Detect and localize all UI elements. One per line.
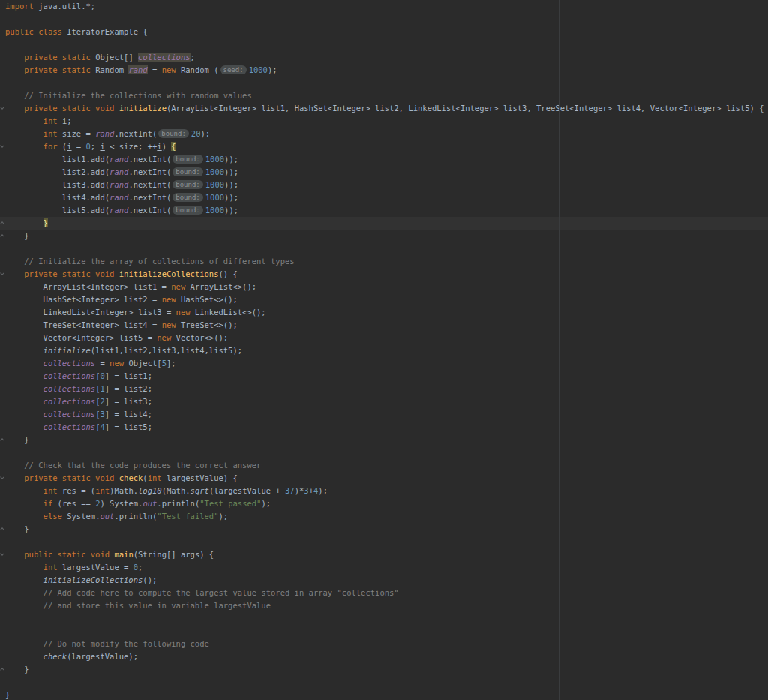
- code-line[interactable]: [0, 38, 768, 51]
- code-line[interactable]: [0, 536, 768, 548]
- code-line[interactable]: }: [0, 434, 768, 446]
- code-line[interactable]: list3.add(rand.nextInt(bound:1000));: [0, 179, 768, 191]
- code-line[interactable]: // and store this value in variable larg…: [0, 599, 768, 612]
- code-line[interactable]: // Initialize the collections with rando…: [0, 89, 768, 102]
- code-line[interactable]: import java.util.*;: [0, 0, 768, 13]
- code-line[interactable]: check(largestValue);: [0, 650, 768, 663]
- gutter-cell: [0, 191, 5, 204]
- code-line[interactable]: [0, 625, 768, 638]
- code-line[interactable]: private static Object[] collections;: [0, 51, 768, 64]
- code-line[interactable]: int i;: [0, 115, 768, 128]
- code-token-plain: ] = list1;: [105, 371, 152, 380]
- code-line[interactable]: collections = new Object[5];: [0, 357, 768, 370]
- code-line-current[interactable]: }: [0, 217, 768, 230]
- fold-end-icon[interactable]: [0, 527, 4, 532]
- code-line[interactable]: public static void main(String[] args) {: [0, 548, 768, 561]
- gutter-cell: [0, 587, 5, 599]
- gutter-cell[interactable]: [0, 523, 5, 536]
- code-token-number: 1000: [206, 167, 224, 176]
- fold-start-icon[interactable]: [0, 271, 4, 275]
- code-line[interactable]: // Check that the code produces the corr…: [0, 459, 768, 472]
- code-token-keyword: public class: [5, 27, 62, 36]
- gutter-cell[interactable]: [0, 230, 5, 242]
- code-line[interactable]: private static void check(int largestVal…: [0, 472, 768, 485]
- code-token-plain: .nextInt(: [128, 155, 171, 164]
- code-line[interactable]: private static void initialize(ArrayList…: [0, 102, 768, 115]
- code-line[interactable]: }: [0, 663, 768, 676]
- fold-start-icon[interactable]: [0, 143, 4, 148]
- code-token-plain: Random: [91, 65, 129, 74]
- code-token-plain: largestValue) {: [162, 473, 238, 482]
- code-line[interactable]: for (i = 0; i < size; ++i) {: [0, 140, 768, 153]
- code-token-number: 1000: [206, 155, 224, 164]
- code-line[interactable]: collections[4] = list5;: [0, 421, 768, 434]
- code-line[interactable]: // Add code here to compute the largest …: [0, 587, 768, 599]
- code-token-plain: Object[: [124, 359, 162, 368]
- code-line[interactable]: else System.out.println("Test failed");: [0, 510, 768, 523]
- fold-start-icon[interactable]: [0, 551, 4, 556]
- code-line[interactable]: if (res == 2) System.out.println("Test p…: [0, 497, 768, 510]
- code-line[interactable]: initialize(list1,list2,list3,list4,list5…: [0, 344, 768, 357]
- code-line[interactable]: [0, 446, 768, 459]
- code-token-static-field: rand: [95, 129, 114, 138]
- code-line[interactable]: list1.add(rand.nextInt(bound:1000));: [0, 153, 768, 166]
- code-line[interactable]: }: [0, 523, 768, 536]
- code-line[interactable]: }: [0, 689, 768, 700]
- gutter-cell[interactable]: [0, 434, 5, 446]
- code-line[interactable]: [0, 242, 768, 255]
- code-token-plain: .nextInt(: [128, 167, 171, 176]
- code-line[interactable]: // Initialize the array of collections o…: [0, 255, 768, 268]
- code-token-plain: ();: [142, 575, 157, 584]
- code-token-static-method-call: initializeCollections: [44, 575, 143, 584]
- gutter-cell[interactable]: [0, 268, 5, 281]
- code-token-keyword: for: [44, 142, 58, 151]
- fold-end-icon[interactable]: [0, 221, 4, 226]
- code-token-keyword: new: [176, 308, 190, 317]
- gutter-cell[interactable]: [0, 140, 5, 153]
- code-line[interactable]: collections[1] = list2;: [0, 383, 768, 395]
- gutter-cell[interactable]: [0, 472, 5, 485]
- code-line[interactable]: [0, 612, 768, 625]
- code-token-plain: ));: [224, 155, 238, 164]
- code-line[interactable]: // Do not modify the following code: [0, 638, 768, 650]
- code-token-number: 1000: [249, 65, 268, 74]
- code-line[interactable]: list4.add(rand.nextInt(bound:1000));: [0, 191, 768, 204]
- code-line[interactable]: list5.add(rand.nextInt(bound:1000));: [0, 204, 768, 217]
- gutter-cell[interactable]: [0, 663, 5, 676]
- code-token-comment: // Add code here to compute the largest …: [5, 588, 399, 597]
- fold-end-icon[interactable]: [0, 234, 4, 239]
- gutter-cell[interactable]: [0, 548, 5, 561]
- gutter-cell[interactable]: [0, 102, 5, 115]
- code-line[interactable]: public class IteratorExample {: [0, 26, 768, 38]
- code-line[interactable]: int res = (int)Math.log10(Math.sqrt(larg…: [0, 485, 768, 497]
- code-editor[interactable]: import java.util.*;public class Iterator…: [0, 0, 768, 700]
- code-line[interactable]: Vector<Integer> list5 = new Vector<>();: [0, 332, 768, 344]
- gutter-cell[interactable]: [0, 217, 5, 230]
- fold-start-icon[interactable]: [0, 105, 4, 110]
- code-line[interactable]: collections[2] = list3;: [0, 395, 768, 408]
- fold-start-icon[interactable]: [0, 475, 4, 479]
- code-token-plain: ): [162, 142, 172, 151]
- fold-end-icon[interactable]: [0, 668, 4, 672]
- inlay-hint: bound:: [172, 167, 203, 176]
- code-token-plain: )*: [295, 486, 304, 495]
- fold-end-icon[interactable]: [0, 438, 4, 443]
- code-line[interactable]: initializeCollections();: [0, 574, 768, 587]
- code-token-keyword: private static void: [24, 473, 114, 482]
- code-line[interactable]: int size = rand.nextInt(bound:20);: [0, 128, 768, 140]
- code-line[interactable]: ArrayList<Integer> list1 = new ArrayList…: [0, 281, 768, 293]
- code-line[interactable]: [0, 13, 768, 26]
- code-line[interactable]: HashSet<Integer> list2 = new HashSet<>()…: [0, 293, 768, 306]
- code-line[interactable]: LinkedList<Integer> list3 = new LinkedLi…: [0, 306, 768, 319]
- code-line[interactable]: collections[0] = list1;: [0, 370, 768, 383]
- code-line[interactable]: private static void initializeCollection…: [0, 268, 768, 281]
- code-line[interactable]: list2.add(rand.nextInt(bound:1000));: [0, 166, 768, 179]
- gutter-cell: [0, 26, 5, 38]
- code-line[interactable]: }: [0, 230, 768, 242]
- code-line[interactable]: collections[3] = list4;: [0, 408, 768, 421]
- code-line[interactable]: private static Random rand = new Random …: [0, 64, 768, 77]
- code-line[interactable]: [0, 676, 768, 689]
- code-line[interactable]: TreeSet<Integer> list4 = new TreeSet<>()…: [0, 319, 768, 332]
- code-line[interactable]: int largestValue = 0;: [0, 561, 768, 574]
- code-line[interactable]: [0, 77, 768, 89]
